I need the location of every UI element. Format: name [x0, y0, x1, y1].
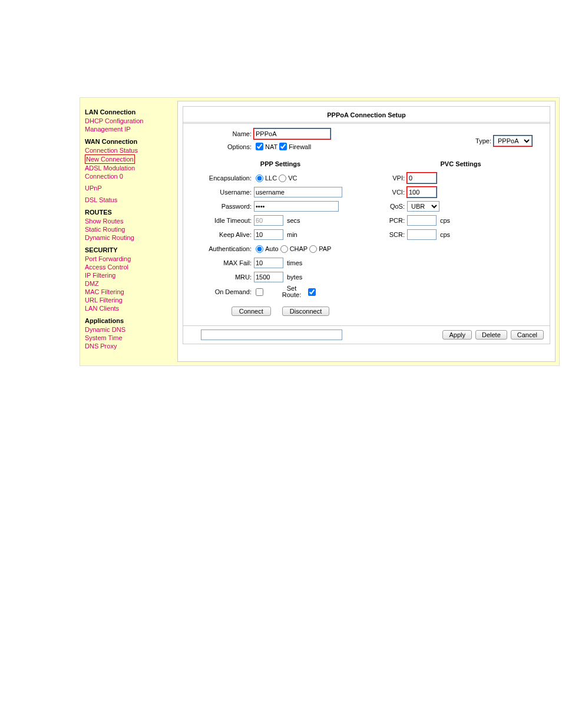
- auth-pap-radio[interactable]: [309, 245, 317, 253]
- connection-panel: PPPoA Connection Setup Name: Options: NA…: [183, 106, 550, 344]
- sidebar-item-new-connection[interactable]: New Connection: [85, 154, 135, 164]
- password-label: Password:: [189, 203, 254, 210]
- authentication-label: Authentication:: [189, 245, 254, 252]
- sidebar-item-url-filtering[interactable]: URL Filtering: [85, 296, 173, 304]
- on-demand-checkbox[interactable]: [256, 288, 263, 296]
- auth-pap-label: PAP: [319, 245, 331, 252]
- pvc-settings-heading: PVC Settings: [378, 160, 544, 167]
- sidebar-item-access-control[interactable]: Access Control: [85, 263, 173, 271]
- encapsulation-label: Encapsulation:: [189, 174, 254, 182]
- sidebar-heading-applications: Applications: [85, 317, 173, 324]
- auth-chap-label: CHAP: [290, 245, 308, 252]
- vpi-input[interactable]: [407, 173, 437, 183]
- vci-label: VCI:: [378, 189, 407, 196]
- name-input[interactable]: [254, 129, 330, 139]
- auth-chap-radio[interactable]: [280, 245, 288, 253]
- disconnect-button[interactable]: Disconnect: [282, 307, 329, 316]
- username-input[interactable]: [254, 187, 342, 197]
- scr-label: SCR:: [378, 231, 407, 238]
- panel-title: PPPoA Connection Setup: [183, 107, 550, 124]
- encapsulation-llc-label: LLC: [265, 174, 277, 182]
- sidebar-item-ip-filtering[interactable]: IP Filtering: [85, 271, 173, 279]
- options-label: Options:: [189, 143, 254, 150]
- idle-timeout-label: Idle Timeout:: [189, 217, 254, 224]
- main-area: PPPoA Connection Setup Name: Options: NA…: [177, 98, 559, 365]
- sidebar-item-dmz[interactable]: DMZ: [85, 279, 173, 288]
- qos-label: QoS:: [378, 203, 407, 210]
- sidebar-item-show-routes[interactable]: Show Routes: [85, 217, 173, 225]
- firewall-checkbox[interactable]: [279, 143, 287, 150]
- cancel-button[interactable]: Cancel: [511, 330, 544, 340]
- name-label: Name:: [189, 130, 254, 137]
- set-route-checkbox[interactable]: [308, 288, 316, 296]
- sidebar-item-connection-0[interactable]: Connection 0: [85, 172, 173, 180]
- scr-unit: cps: [440, 231, 450, 238]
- password-input[interactable]: [254, 201, 339, 212]
- panel-outer: PPPoA Connection Setup Name: Options: NA…: [177, 101, 556, 362]
- encapsulation-vc-radio[interactable]: [279, 174, 286, 182]
- footer-row: Apply Delete Cancel: [183, 325, 550, 344]
- pcr-unit: cps: [440, 217, 450, 224]
- keep-alive-input[interactable]: [254, 229, 283, 240]
- status-message-input[interactable]: [201, 330, 342, 340]
- pcr-label: PCR:: [378, 217, 407, 224]
- ppp-settings-column: PPP Settings Encapsulation: LLC VC: [189, 160, 372, 323]
- delete-button[interactable]: Delete: [475, 330, 507, 340]
- sidebar-item-port-forwarding[interactable]: Port Forwarding: [85, 255, 173, 263]
- username-label: Username:: [189, 189, 254, 196]
- sidebar-heading-security: SECURITY: [85, 246, 173, 253]
- pvc-settings-column: PVC Settings VPI: VCI: QoS:: [372, 160, 544, 323]
- sidebar-item-connection-status[interactable]: Connection Status: [85, 146, 173, 154]
- nat-checkbox[interactable]: [256, 143, 263, 150]
- mru-label: MRU:: [189, 274, 254, 281]
- scr-input[interactable]: [407, 229, 437, 240]
- app-frame: LAN Connection DHCP Configuration Manage…: [80, 97, 560, 366]
- max-fail-unit: times: [287, 259, 302, 266]
- idle-timeout-unit: secs: [287, 217, 300, 224]
- max-fail-input[interactable]: [254, 258, 283, 268]
- sidebar: LAN Connection DHCP Configuration Manage…: [80, 98, 177, 365]
- sidebar-item-system-time[interactable]: System Time: [85, 334, 173, 342]
- sidebar-item-dsl-status[interactable]: DSL Status: [85, 196, 173, 204]
- keep-alive-unit: min: [287, 231, 297, 238]
- sidebar-heading-wan: WAN Connection: [85, 138, 173, 145]
- mru-input[interactable]: [254, 272, 283, 282]
- mru-unit: bytes: [287, 274, 302, 281]
- on-demand-label: On Demand:: [189, 288, 254, 295]
- encapsulation-vc-label: VC: [288, 174, 297, 182]
- pcr-input[interactable]: [407, 215, 437, 226]
- sidebar-heading-lan: LAN Connection: [85, 108, 173, 116]
- connect-button[interactable]: Connect: [232, 307, 271, 316]
- sidebar-item-dns-proxy[interactable]: DNS Proxy: [85, 342, 173, 350]
- max-fail-label: MAX Fail:: [189, 259, 254, 266]
- encapsulation-llc-radio[interactable]: [256, 174, 263, 182]
- sidebar-item-dynamic-routing[interactable]: Dynamic Routing: [85, 233, 173, 242]
- sidebar-item-static-routing[interactable]: Static Routing: [85, 225, 173, 233]
- sidebar-item-dhcp-configuration[interactable]: DHCP Configuration: [85, 117, 173, 125]
- type-label: Type:: [475, 137, 494, 144]
- set-route-label: Set Route:: [277, 285, 306, 298]
- sidebar-item-dynamic-dns[interactable]: Dynamic DNS: [85, 325, 173, 334]
- sidebar-item-lan-clients[interactable]: LAN Clients: [85, 304, 173, 312]
- keep-alive-label: Keep Alive:: [189, 231, 254, 238]
- sidebar-item-upnp[interactable]: UPnP: [85, 184, 173, 192]
- auth-auto-label: Auto: [265, 245, 279, 252]
- ppp-settings-heading: PPP Settings: [189, 160, 372, 167]
- sidebar-heading-routes: ROUTES: [85, 209, 173, 216]
- nat-label: NAT: [265, 143, 277, 150]
- vpi-label: VPI:: [378, 174, 407, 182]
- auth-auto-radio[interactable]: [256, 245, 263, 253]
- firewall-label: Firewall: [289, 143, 311, 150]
- vci-input[interactable]: [407, 187, 437, 197]
- sidebar-item-adsl-modulation[interactable]: ADSL Modulation: [85, 164, 173, 172]
- type-select[interactable]: PPPoA: [494, 136, 532, 146]
- apply-button[interactable]: Apply: [442, 330, 472, 340]
- sidebar-item-management-ip[interactable]: Management IP: [85, 125, 173, 133]
- qos-select[interactable]: UBR: [407, 201, 439, 212]
- sidebar-item-mac-filtering[interactable]: MAC Filtering: [85, 288, 173, 296]
- idle-timeout-input[interactable]: [254, 215, 283, 226]
